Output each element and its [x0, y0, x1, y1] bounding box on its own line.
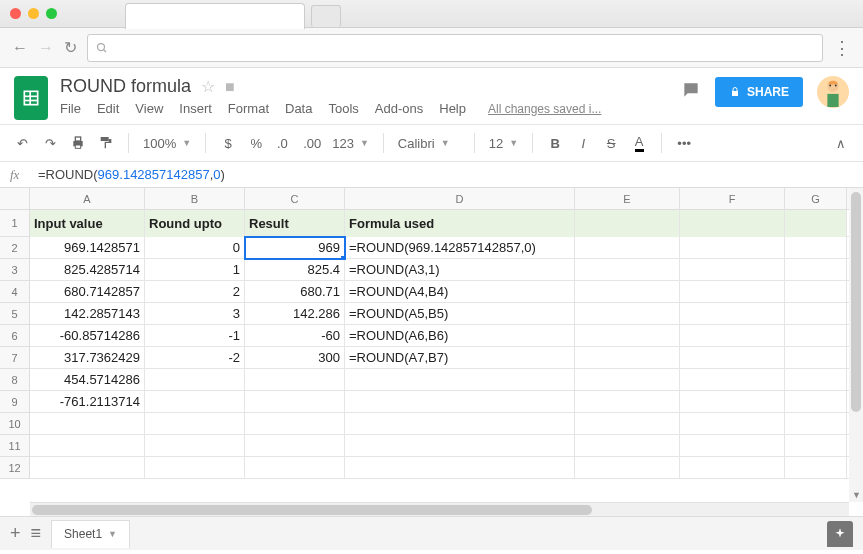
col-header-f[interactable]: F [680, 188, 785, 209]
cell-b5[interactable]: 3 [145, 303, 245, 325]
cell-b2[interactable]: 0 [145, 237, 245, 259]
cell-e12[interactable] [575, 457, 680, 479]
menu-view[interactable]: View [135, 101, 163, 116]
row-header-1[interactable]: 1 [0, 210, 29, 237]
print-button[interactable] [66, 131, 90, 155]
cell-e3[interactable] [575, 259, 680, 281]
col-header-e[interactable]: E [575, 188, 680, 209]
cell-g3[interactable] [785, 259, 847, 281]
italic-button[interactable]: I [571, 131, 595, 155]
explore-button[interactable] [827, 521, 853, 547]
row-header-12[interactable]: 12 [0, 457, 29, 479]
cell-b6[interactable]: -1 [145, 325, 245, 347]
cell-d6[interactable]: =ROUND(A6,B6) [345, 325, 575, 347]
menu-format[interactable]: Format [228, 101, 269, 116]
row-header-11[interactable]: 11 [0, 435, 29, 457]
cell-c8[interactable] [245, 369, 345, 391]
cell-e4[interactable] [575, 281, 680, 303]
text-color-button[interactable]: A [627, 131, 651, 155]
cell-d11[interactable] [345, 435, 575, 457]
cell-e5[interactable] [575, 303, 680, 325]
header-cell-f[interactable] [680, 210, 785, 237]
cell-f2[interactable] [680, 237, 785, 259]
reload-button[interactable]: ↻ [64, 38, 77, 57]
undo-button[interactable]: ↶ [10, 131, 34, 155]
row-header-6[interactable]: 6 [0, 325, 29, 347]
cell-g5[interactable] [785, 303, 847, 325]
cell-a9[interactable]: -761.2113714 [30, 391, 145, 413]
forward-button[interactable]: → [38, 39, 54, 57]
cell-c10[interactable] [245, 413, 345, 435]
all-sheets-button[interactable]: ≡ [31, 523, 42, 544]
font-family-dropdown[interactable]: Calibri▼ [394, 136, 464, 151]
percent-button[interactable]: % [244, 131, 268, 155]
browser-tab-active[interactable] [125, 3, 305, 29]
cell-g10[interactable] [785, 413, 847, 435]
cell-f4[interactable] [680, 281, 785, 303]
cell-b3[interactable]: 1 [145, 259, 245, 281]
cell-d4[interactable]: =ROUND(A4,B4) [345, 281, 575, 303]
col-header-a[interactable]: A [30, 188, 145, 209]
document-title[interactable]: ROUND formula [60, 76, 191, 97]
cell-g9[interactable] [785, 391, 847, 413]
cell-e9[interactable] [575, 391, 680, 413]
header-cell-e[interactable] [575, 210, 680, 237]
increase-decimal-button[interactable]: .00 [300, 131, 324, 155]
cell-e7[interactable] [575, 347, 680, 369]
cell-d8[interactable] [345, 369, 575, 391]
browser-menu-button[interactable]: ⋮ [833, 37, 851, 59]
redo-button[interactable]: ↷ [38, 131, 62, 155]
cell-a3[interactable]: 825.4285714 [30, 259, 145, 281]
cell-g2[interactable] [785, 237, 847, 259]
cell-c9[interactable] [245, 391, 345, 413]
cell-c12[interactable] [245, 457, 345, 479]
cell-a12[interactable] [30, 457, 145, 479]
header-cell-b[interactable]: Round upto [145, 210, 245, 237]
paint-format-button[interactable] [94, 131, 118, 155]
col-header-d[interactable]: D [345, 188, 575, 209]
cell-g8[interactable] [785, 369, 847, 391]
cell-d7[interactable]: =ROUND(A7,B7) [345, 347, 575, 369]
cell-d2[interactable]: =ROUND(969.142857142857,0) [345, 237, 575, 259]
cell-a8[interactable]: 454.5714286 [30, 369, 145, 391]
star-icon[interactable]: ☆ [201, 77, 215, 96]
cell-b7[interactable]: -2 [145, 347, 245, 369]
minimize-window-button[interactable] [28, 8, 39, 19]
account-avatar[interactable] [817, 76, 849, 108]
menu-tools[interactable]: Tools [328, 101, 358, 116]
close-window-button[interactable] [10, 8, 21, 19]
cell-c5[interactable]: 142.286 [245, 303, 345, 325]
cell-f12[interactable] [680, 457, 785, 479]
cell-e2[interactable] [575, 237, 680, 259]
cell-b10[interactable] [145, 413, 245, 435]
cell-f11[interactable] [680, 435, 785, 457]
cell-c4[interactable]: 680.71 [245, 281, 345, 303]
font-size-dropdown[interactable]: 12▼ [485, 136, 522, 151]
cell-c3[interactable]: 825.4 [245, 259, 345, 281]
formula-bar[interactable]: fx =ROUND(969.142857142857,0) [0, 162, 863, 188]
cell-g6[interactable] [785, 325, 847, 347]
menu-edit[interactable]: Edit [97, 101, 119, 116]
header-cell-c[interactable]: Result [245, 210, 345, 237]
cell-e6[interactable] [575, 325, 680, 347]
row-header-9[interactable]: 9 [0, 391, 29, 413]
new-tab-button[interactable] [311, 5, 341, 27]
header-cell-a[interactable]: Input value [30, 210, 145, 237]
back-button[interactable]: ← [12, 39, 28, 57]
sheets-logo[interactable] [14, 76, 48, 120]
cell-d12[interactable] [345, 457, 575, 479]
sheet-tab-menu-icon[interactable]: ▼ [108, 529, 117, 539]
cell-f3[interactable] [680, 259, 785, 281]
row-header-10[interactable]: 10 [0, 413, 29, 435]
menu-file[interactable]: File [60, 101, 81, 116]
address-bar[interactable] [87, 34, 823, 62]
cell-g7[interactable] [785, 347, 847, 369]
header-cell-d[interactable]: Formula used [345, 210, 575, 237]
cell-a7[interactable]: 317.7362429 [30, 347, 145, 369]
menu-insert[interactable]: Insert [179, 101, 212, 116]
header-cell-g[interactable] [785, 210, 847, 237]
cell-f10[interactable] [680, 413, 785, 435]
more-formats-dropdown[interactable]: 123▼ [328, 136, 373, 151]
currency-button[interactable]: $ [216, 131, 240, 155]
select-all-corner[interactable] [0, 188, 30, 209]
